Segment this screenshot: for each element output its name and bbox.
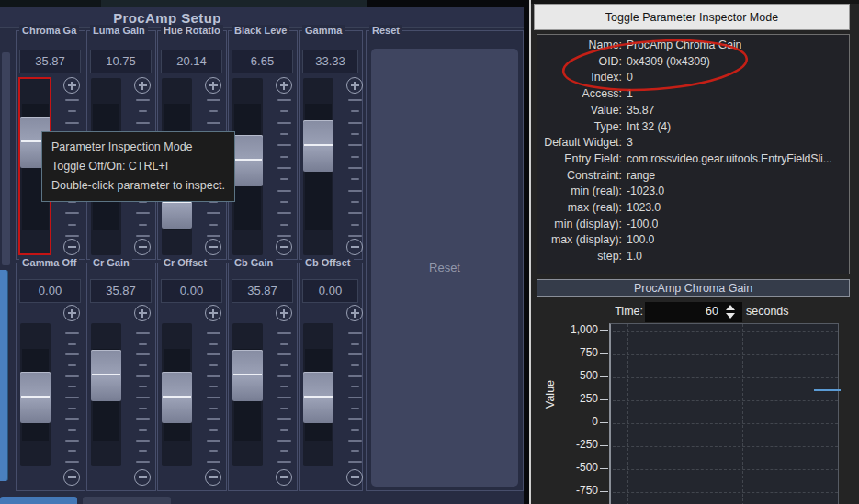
h-gridline	[613, 377, 838, 378]
slider-tick-mark	[351, 364, 359, 366]
plus-button[interactable]	[205, 305, 221, 321]
time-unit-label: seconds	[746, 305, 789, 318]
slider-tick-mark	[65, 122, 79, 124]
toggle-inspector-strip: Toggle Parameter Inspector Mode	[534, 4, 850, 30]
param-row: Name:ProcAmp Chroma Gain	[537, 38, 849, 54]
slider-track[interactable]	[303, 323, 333, 466]
param-row: Value:35.87	[537, 103, 849, 119]
y-tick-label: -500	[547, 461, 598, 474]
minus-button[interactable]	[276, 469, 292, 486]
plus-button[interactable]	[346, 77, 363, 94]
slider-group-label: Black Leve	[232, 25, 289, 36]
param-value: 1	[627, 86, 633, 103]
minus-icon	[209, 246, 218, 248]
plus-button[interactable]	[134, 77, 151, 94]
slider-tick-mark	[68, 408, 76, 409]
minus-icon	[139, 246, 147, 248]
value-field[interactable]: 35.87	[90, 279, 152, 303]
slider-group-label: Luma Gain	[90, 25, 148, 36]
minus-button[interactable]	[346, 469, 363, 486]
slider-track[interactable]	[20, 323, 51, 466]
value-field[interactable]: 35.87	[19, 50, 81, 73]
param-value: 1023.0	[627, 200, 661, 217]
plus-button[interactable]	[134, 305, 151, 321]
value-field[interactable]: 10.75	[90, 50, 152, 73]
plus-button[interactable]	[276, 77, 292, 94]
param-row: max (display):100.0	[537, 232, 849, 249]
slider-tick-mark	[207, 99, 220, 101]
value-field[interactable]: 35.87	[232, 279, 293, 303]
plus-button[interactable]	[63, 305, 80, 321]
slider-tick-mark	[277, 440, 291, 442]
slider-tick-mark	[209, 386, 218, 387]
minus-button[interactable]	[134, 239, 151, 255]
slider-track[interactable]	[232, 323, 263, 466]
minus-button[interactable]	[205, 469, 221, 486]
minus-button[interactable]	[63, 469, 80, 486]
value-field[interactable]: 0.00	[302, 279, 358, 303]
bottom-tab-inactive[interactable]	[83, 497, 171, 504]
time-spinbox[interactable]: 60	[645, 302, 742, 322]
slider-tick-mark	[68, 386, 76, 387]
param-value: 1.0	[627, 249, 642, 265]
minus-button[interactable]	[276, 239, 292, 255]
slider-tick-mark	[207, 397, 220, 398]
plus-button[interactable]	[346, 305, 363, 321]
spinner-up-icon[interactable]	[726, 305, 735, 310]
chart-plot-area	[609, 323, 839, 504]
minus-button[interactable]	[134, 469, 151, 486]
value-field[interactable]: 20.14	[161, 50, 222, 73]
slider-track[interactable]	[232, 78, 263, 255]
value-field[interactable]: 0.00	[19, 279, 81, 303]
slider-handle[interactable]	[232, 135, 263, 186]
slider-tick-mark	[65, 461, 79, 463]
reset-button[interactable]: Reset	[371, 49, 518, 487]
slider-tick-mark	[136, 440, 150, 442]
plus-button[interactable]	[63, 77, 80, 94]
plus-icon	[212, 309, 214, 318]
slider-tick-mark	[68, 224, 76, 226]
param-value: Int 32 (4)	[627, 119, 671, 136]
slider-track[interactable]	[162, 323, 192, 466]
bottom-tab-active[interactable]	[0, 497, 77, 504]
slider-tick-mark	[207, 235, 220, 237]
y-tick-mark	[600, 353, 608, 354]
slider-handle-line	[304, 144, 333, 146]
slider-tick-mark	[351, 408, 359, 409]
slider-tick-mark	[351, 110, 359, 112]
minus-icon	[139, 476, 147, 478]
y-tick-label: 750	[547, 346, 598, 359]
toggle-parameter-inspector-button[interactable]: Toggle Parameter Inspector Mode	[535, 5, 849, 29]
minus-icon	[351, 476, 359, 478]
slider-handle[interactable]	[91, 350, 121, 401]
slider-track[interactable]	[91, 323, 121, 466]
slider-tick-mark	[348, 397, 362, 398]
slider-handle[interactable]	[162, 372, 192, 423]
slider-tick-mark	[277, 375, 291, 377]
param-value: -100.0	[627, 217, 658, 233]
minus-button[interactable]	[346, 239, 363, 255]
plus-button[interactable]	[205, 77, 221, 94]
minus-button[interactable]	[205, 239, 221, 255]
tooltip-line-1: Parameter Inspection Mode	[51, 138, 225, 157]
slider-handle[interactable]	[20, 372, 51, 423]
slider-track[interactable]	[303, 78, 333, 255]
param-value: 100.0	[627, 232, 654, 249]
slider-handle[interactable]	[303, 372, 333, 423]
slider-tick-mark	[277, 418, 291, 420]
slider-handle[interactable]	[232, 350, 263, 401]
series-line	[814, 389, 841, 391]
slider-handle[interactable]	[303, 120, 333, 172]
value-field[interactable]: 33.33	[302, 50, 358, 73]
slider-group-label: Hue Rotatio	[161, 25, 223, 36]
slider-tick-mark	[351, 386, 359, 387]
procamp-setup-window: ProcAmp Setup Chroma Ga35.87Luma Gain10.…	[0, 0, 859, 504]
value-field[interactable]: 0.00	[161, 279, 222, 303]
plus-button[interactable]	[276, 305, 292, 321]
spinner-down-icon[interactable]	[726, 313, 735, 319]
value-field[interactable]: 6.65	[232, 50, 293, 73]
slider-tick-mark	[348, 353, 362, 355]
minus-button[interactable]	[63, 239, 80, 255]
slider-group-label: Cr Gain	[90, 257, 132, 268]
slider-tick-mark	[65, 418, 79, 420]
